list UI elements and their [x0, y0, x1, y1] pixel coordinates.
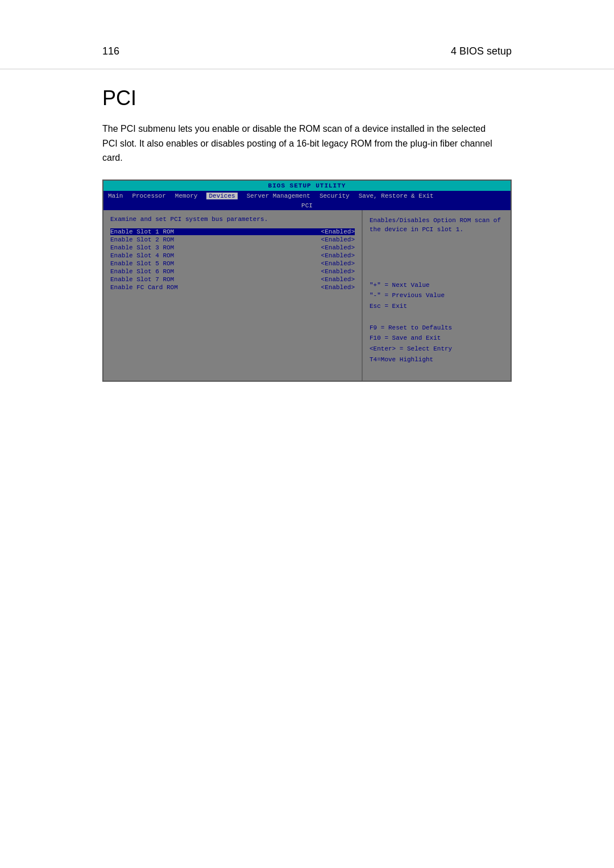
- bios-row-slot2[interactable]: Enable Slot 2 ROM <Enabled>: [110, 236, 355, 243]
- page-number: 116: [102, 45, 119, 57]
- bios-row-fc[interactable]: Enable FC Card ROM <Enabled>: [110, 284, 355, 291]
- bios-menu-server[interactable]: Server Management: [247, 193, 310, 199]
- bios-slot6-label: Enable Slot 6 ROM: [110, 268, 174, 275]
- bios-slot3-value: <Enabled>: [321, 244, 355, 251]
- section-title: PCI: [102, 86, 512, 110]
- bios-slot1-label: Enable Slot 1 ROM: [110, 228, 174, 235]
- key-hint-plus: "+" = Next Value: [370, 280, 504, 291]
- bios-slot6-value: <Enabled>: [321, 268, 355, 275]
- bios-row-slot7[interactable]: Enable Slot 7 ROM <Enabled>: [110, 276, 355, 283]
- bios-menu-save[interactable]: Save, Restore & Exit: [359, 193, 434, 199]
- key-hint-esc: Esc = Exit: [370, 301, 504, 312]
- bios-menu-security[interactable]: Security: [320, 193, 350, 199]
- bios-slot5-value: <Enabled>: [321, 260, 355, 267]
- bios-menu-memory[interactable]: Memory: [175, 193, 198, 199]
- bios-menu-processor[interactable]: Processor: [132, 193, 165, 199]
- bios-row-slot1[interactable]: Enable Slot 1 ROM <Enabled>: [110, 228, 355, 235]
- bios-row-slot6[interactable]: Enable Slot 6 ROM <Enabled>: [110, 268, 355, 275]
- key-hint-enter: <Enter> = Select Entry: [370, 344, 504, 354]
- bios-row-slot4[interactable]: Enable Slot 4 ROM <Enabled>: [110, 252, 355, 259]
- bios-row-slot3[interactable]: Enable Slot 3 ROM <Enabled>: [110, 244, 355, 251]
- bios-menu-bar: Main Processor Memory Devices Server Man…: [103, 191, 511, 201]
- bios-slot2-label: Enable Slot 2 ROM: [110, 236, 174, 243]
- bios-content: Examine and set PCI system bus parameter…: [103, 210, 511, 381]
- bios-slot3-label: Enable Slot 3 ROM: [110, 244, 174, 251]
- bios-slot1-value: <Enabled>: [321, 228, 355, 235]
- bios-submenu-bar: PCI: [103, 201, 511, 210]
- bios-key-hints: "+" = Next Value "-" = Previous Value Es…: [370, 280, 504, 365]
- bios-fc-value: <Enabled>: [321, 284, 355, 291]
- bios-fc-label: Enable FC Card ROM: [110, 284, 178, 291]
- bios-menu-main[interactable]: Main: [108, 193, 123, 199]
- key-hint-minus: "-" = Previous Value: [370, 290, 504, 301]
- page-header: 116 4 BIOS setup: [0, 0, 614, 69]
- bios-menu-devices[interactable]: Devices: [206, 193, 237, 199]
- bios-help-text: Enables/Disables Option ROM scan of the …: [370, 216, 504, 235]
- page-chapter: 4 BIOS setup: [451, 45, 512, 57]
- bios-slot2-value: <Enabled>: [321, 236, 355, 243]
- bios-examine-text: Examine and set PCI system bus parameter…: [110, 216, 355, 223]
- bios-left-panel: Examine and set PCI system bus parameter…: [103, 210, 362, 381]
- bios-slot4-value: <Enabled>: [321, 252, 355, 259]
- section-description: The PCI submenu lets you enable or disab…: [102, 122, 500, 165]
- key-hint-t4: T4=Move Highlight: [370, 354, 504, 365]
- bios-row-slot5[interactable]: Enable Slot 5 ROM <Enabled>: [110, 260, 355, 267]
- bios-slot7-value: <Enabled>: [321, 276, 355, 283]
- key-hint-f9: F9 = Reset to Defaults: [370, 323, 504, 333]
- bios-slot7-label: Enable Slot 7 ROM: [110, 276, 174, 283]
- content-area: PCI The PCI submenu lets you enable or d…: [0, 86, 614, 382]
- page-container: 116 4 BIOS setup PCI The PCI submenu let…: [0, 0, 614, 868]
- key-hint-f10: F10 = Save and Exit: [370, 333, 504, 344]
- key-hint-spacer: [370, 312, 504, 323]
- bios-slot5-label: Enable Slot 5 ROM: [110, 260, 174, 267]
- bios-screenshot: BIOS SETUP UTILITY Main Processor Memory…: [102, 180, 512, 382]
- bios-right-panel: Enables/Disables Option ROM scan of the …: [363, 210, 511, 381]
- bios-slot4-label: Enable Slot 4 ROM: [110, 252, 174, 259]
- bios-title-bar: BIOS SETUP UTILITY: [103, 181, 511, 191]
